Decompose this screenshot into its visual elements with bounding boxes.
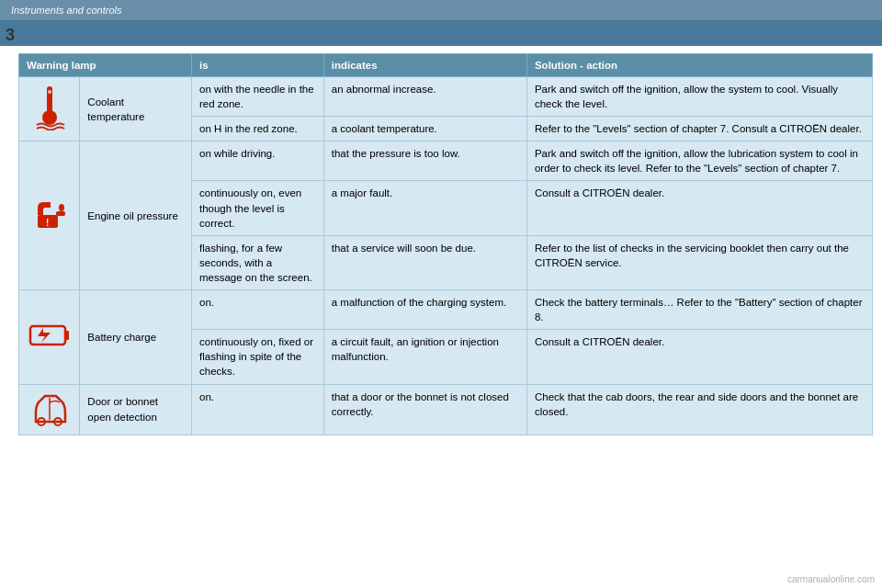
oil-solution-3: Refer to the list of checks in the servi… bbox=[526, 235, 872, 289]
oil-solution-1: Park and switch off the ignition, allow … bbox=[526, 141, 872, 181]
svg-point-2 bbox=[48, 90, 51, 94]
content-area: Warning lamp is indicates Solution - act… bbox=[18, 53, 873, 435]
door-icon bbox=[32, 389, 67, 427]
watermark: carmanualonline.com bbox=[787, 574, 875, 584]
table-row: Door or bonnet open detection on. that a… bbox=[19, 384, 873, 435]
coolant-label: Coolant temperature bbox=[80, 77, 192, 141]
door-indicates: that a door or the bonnet is not closed … bbox=[323, 384, 526, 435]
col-indicates: indicates bbox=[323, 54, 526, 77]
oil-is-1: on while driving. bbox=[191, 141, 323, 181]
battery-icon bbox=[28, 321, 71, 350]
top-bar-text: Instruments and controls bbox=[11, 5, 121, 16]
battery-is-1: on. bbox=[191, 290, 323, 330]
page-wrapper: Instruments and controls 3 Warning lamp … bbox=[0, 0, 882, 588]
table-row: Battery charge on. a malfunction of the … bbox=[19, 290, 873, 330]
battery-solution-1: Check the battery terminals… Refer to th… bbox=[526, 290, 872, 330]
coolant-solution-2: Refer to the "Levels" section of chapter… bbox=[526, 117, 872, 141]
battery-label: Battery charge bbox=[80, 290, 192, 384]
oil-is-2: continuously on, even though the level i… bbox=[191, 181, 323, 235]
svg-rect-8 bbox=[65, 331, 69, 340]
battery-is-2: continuously on, fixed or flashing in sp… bbox=[191, 330, 323, 384]
coolant-icon-cell bbox=[19, 77, 80, 141]
oil-icon-cell: ! bbox=[19, 141, 80, 290]
svg-text:!: ! bbox=[46, 218, 49, 228]
coolant-solution-1: Park and switch off the ignition, allow … bbox=[526, 77, 872, 117]
svg-point-5 bbox=[59, 204, 64, 211]
col-is: is bbox=[191, 54, 323, 77]
chapter-number: 3 bbox=[6, 26, 15, 45]
svg-rect-4 bbox=[56, 211, 65, 216]
battery-indicates-2: a circuit fault, an ignition or injectio… bbox=[323, 330, 526, 384]
battery-icon-cell bbox=[19, 290, 80, 384]
door-solution: Check that the cab doors, the rear and s… bbox=[526, 384, 872, 435]
svg-point-1 bbox=[42, 110, 57, 125]
table-row: ! Engine oil pressure on while driving. … bbox=[19, 141, 873, 181]
table-header-row: Warning lamp is indicates Solution - act… bbox=[19, 54, 873, 77]
thermometer-icon bbox=[33, 85, 66, 130]
warning-lamp-table: Warning lamp is indicates Solution - act… bbox=[18, 53, 873, 435]
battery-indicates-1: a malfunction of the charging system. bbox=[323, 290, 526, 330]
oil-solution-2: Consult a CITROËN dealer. bbox=[526, 181, 872, 235]
coolant-indicates-2: a coolant temperature. bbox=[323, 117, 526, 141]
top-bar: Instruments and controls bbox=[0, 0, 882, 20]
door-icon-cell bbox=[19, 384, 80, 435]
table-row: Coolant temperature on with the needle i… bbox=[19, 77, 873, 117]
oil-indicates-2: a major fault. bbox=[323, 181, 526, 235]
oil-indicates-1: that the pressure is too low. bbox=[323, 141, 526, 181]
oil-indicates-3: that a service will soon be due. bbox=[323, 235, 526, 289]
oil-label: Engine oil pressure bbox=[80, 141, 192, 290]
coolant-indicates-1: an abnormal increase. bbox=[323, 77, 526, 117]
coolant-is-2: on H in the red zone. bbox=[191, 117, 323, 141]
door-label: Door or bonnet open detection bbox=[80, 384, 192, 435]
oil-pressure-icon: ! bbox=[30, 195, 69, 233]
col-warning-lamp: Warning lamp bbox=[19, 54, 192, 77]
oil-is-3: flashing, for a few seconds, with a mess… bbox=[191, 235, 323, 289]
section-header-bar bbox=[0, 20, 882, 46]
battery-solution-2: Consult a CITROËN dealer. bbox=[526, 330, 872, 384]
door-is: on. bbox=[191, 384, 323, 435]
col-solution: Solution - action bbox=[526, 54, 872, 77]
coolant-is-1: on with the needle in the red zone. bbox=[191, 77, 323, 117]
